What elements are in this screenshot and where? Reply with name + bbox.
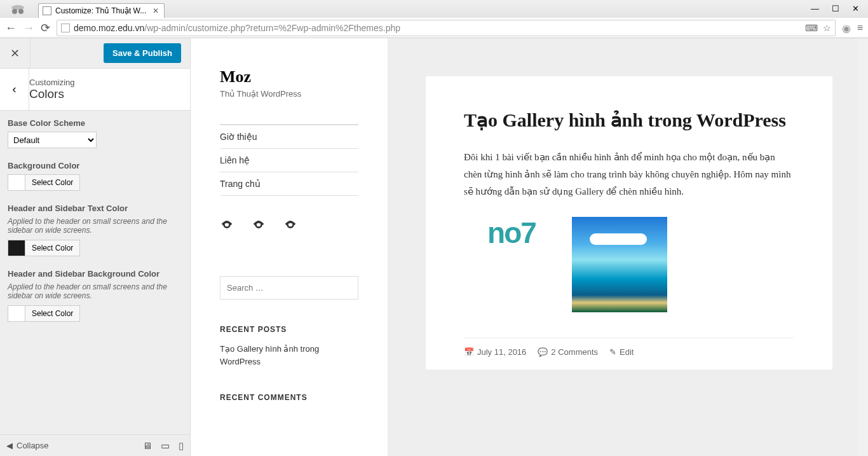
menu-item[interactable]: Liên hệ [220, 148, 358, 172]
header-text-swatch[interactable] [8, 240, 25, 256]
forward-icon[interactable]: → [23, 22, 34, 35]
workspace: ✕ Save & Publish ‹ Customizing Colors Ba… [0, 38, 868, 456]
preview-pane: Moz Thủ Thuật WordPress Giờ thiệu Liên h… [191, 38, 868, 456]
panel-footer: ◀ Collapse 🖥 ▭ ▯ [0, 434, 190, 456]
recent-comments-title: RECENT COMMENTS [220, 393, 358, 402]
maximize-icon[interactable]: ☐ [832, 4, 839, 13]
customizing-label: Customizing [29, 78, 181, 87]
post-gallery: no7 [464, 217, 794, 312]
calendar-icon: 📅 [464, 347, 474, 357]
base-scheme-label: Base Color Scheme [8, 118, 182, 128]
header-bg-button[interactable]: Select Color [25, 305, 80, 322]
bookmark-icon[interactable]: ☆ [823, 23, 831, 33]
header-text-label: Header and Sidebar Text Color [8, 204, 182, 213]
base-scheme-select[interactable]: Default [8, 132, 97, 148]
browser-chrome: Customize: Thủ Thuật W... ✕ — ☐ ✕ ← → ⟳ … [0, 0, 868, 38]
header-text-button[interactable]: Select Color [25, 240, 80, 256]
post-body: Đôi khi 1 bài viết bạn cần nhiều hình ản… [464, 149, 794, 200]
post-title[interactable]: Tạo Gallery hình ảnh trong WordPress [464, 108, 794, 132]
customizer-panel: ✕ Save & Publish ‹ Customizing Colors Ba… [0, 38, 191, 456]
post-comments[interactable]: 💬2 Comments [538, 347, 598, 357]
tab-bar: Customize: Thủ Thuật W... ✕ — ☐ ✕ [0, 0, 868, 18]
bg-color-label: Background Color [8, 161, 182, 170]
control-header-bg-color: Header and Sidebar Background Color Appl… [8, 269, 182, 322]
page-icon [43, 6, 51, 15]
minimize-icon[interactable]: — [811, 4, 819, 13]
post-meta: 📅July 11, 2016 💬2 Comments ✎Edit [464, 338, 794, 357]
preview-scrollbar[interactable] [858, 38, 868, 456]
site-title[interactable]: Moz [220, 67, 358, 86]
browser-tab[interactable]: Customize: Thủ Thuật W... ✕ [38, 3, 165, 18]
header-text-desc: Applied to the header on small screens a… [8, 217, 182, 235]
svg-point-1 [12, 9, 17, 14]
post-date[interactable]: 📅July 11, 2016 [464, 347, 526, 357]
control-bg-color: Background Color Select Color [8, 161, 182, 191]
panel-body: Base Color Scheme Default Background Col… [0, 111, 190, 434]
tab-title: Customize: Thủ Thuật W... [55, 6, 146, 15]
url-bar[interactable]: demo.moz.edu.vn/wp-admin/customize.php?r… [57, 20, 836, 36]
comment-icon: 💬 [538, 347, 548, 357]
social-icon[interactable] [220, 218, 234, 231]
translate-icon[interactable]: ⌨ [805, 23, 818, 33]
control-base-scheme: Base Color Scheme Default [8, 118, 182, 148]
close-panel-button[interactable]: ✕ [0, 38, 31, 69]
control-header-text-color: Header and Sidebar Text Color Applied to… [8, 204, 182, 256]
collapse-button[interactable]: ◀ Collapse [6, 441, 49, 450]
header-bg-label: Header and Sidebar Background Color [8, 269, 182, 279]
site-content: Tạo Gallery hình ảnh trong WordPress Đôi… [388, 38, 858, 456]
menu-item[interactable]: Trang chủ [220, 172, 358, 195]
social-icon[interactable] [283, 218, 297, 231]
header-bg-desc: Applied to the header on small screens a… [8, 282, 182, 300]
device-tablet-icon[interactable]: ▭ [161, 440, 170, 452]
device-mobile-icon[interactable]: ▯ [179, 440, 184, 452]
device-desktop-icon[interactable]: 🖥 [142, 440, 152, 452]
site-desc: Thủ Thuật WordPress [220, 89, 358, 99]
gallery-image-beach[interactable] [572, 217, 667, 312]
search-input[interactable] [220, 276, 358, 300]
section-name: Colors [29, 87, 181, 101]
close-window-icon[interactable]: ✕ [852, 4, 859, 13]
chevron-left-icon: ◀ [6, 441, 13, 450]
site-sidebar: Moz Thủ Thuật WordPress Giờ thiệu Liên h… [191, 38, 388, 456]
window-controls: — ☐ ✕ [802, 0, 868, 17]
save-publish-button[interactable]: Save & Publish [104, 43, 181, 63]
url-path: /wp-admin/customize.php?return=%2Fwp-adm… [144, 23, 400, 33]
article: Tạo Gallery hình ảnh trong WordPress Đôi… [426, 76, 832, 370]
reload-icon[interactable]: ⟳ [41, 21, 50, 35]
close-tab-icon[interactable]: ✕ [153, 6, 159, 15]
panel-header: ✕ Save & Publish [0, 38, 190, 69]
recent-post-link[interactable]: Tạo Gallery hình ảnh trong WordPress [220, 343, 358, 368]
incognito-icon [5, 1, 31, 17]
site-icon [61, 24, 70, 32]
back-icon[interactable]: ← [5, 22, 17, 35]
header-bg-swatch[interactable] [8, 305, 25, 322]
recent-posts-title: RECENT POSTS [220, 325, 358, 334]
url-host: demo.moz.edu.vn [74, 23, 144, 33]
svg-point-2 [18, 9, 24, 14]
menu-icon[interactable]: ≡ [857, 22, 863, 34]
post-edit[interactable]: ✎Edit [609, 347, 634, 357]
search-widget [220, 276, 358, 300]
pencil-icon: ✎ [609, 347, 616, 357]
section-title-bar: ‹ Customizing Colors [0, 69, 190, 111]
bg-color-swatch[interactable] [8, 174, 25, 191]
nav-bar: ← → ⟳ demo.moz.edu.vn/wp-admin/customize… [0, 18, 868, 38]
back-section-button[interactable]: ‹ [0, 69, 29, 110]
bg-color-button[interactable]: Select Color [25, 174, 80, 191]
gallery-image-logo[interactable]: no7 [464, 217, 559, 249]
social-row [220, 195, 358, 238]
menu-item[interactable]: Giờ thiệu [220, 125, 358, 148]
social-icon[interactable] [252, 218, 266, 231]
globe-icon[interactable]: ◉ [842, 22, 851, 34]
